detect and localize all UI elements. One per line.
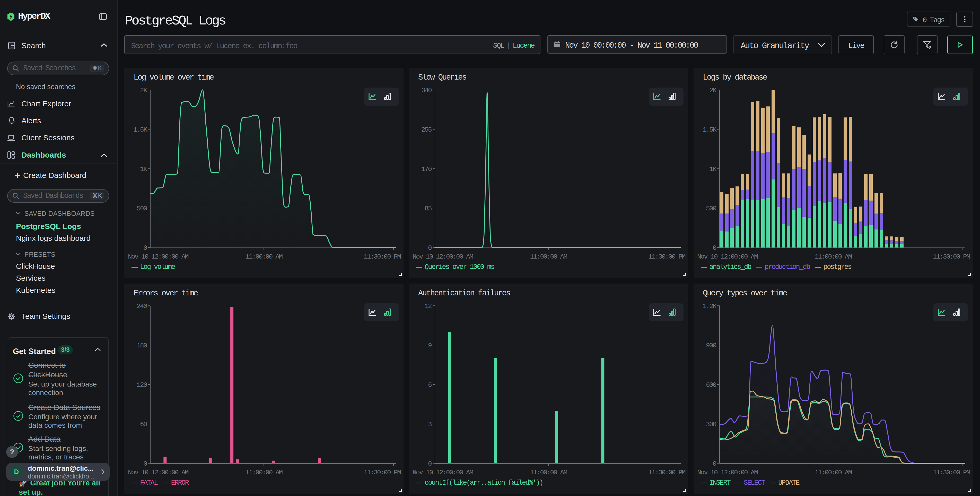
svg-text:Nov 10 12:00:00 AM: Nov 10 12:00:00 AM — [697, 253, 758, 261]
svg-text:2K: 2K — [709, 86, 717, 94]
svg-text:180: 180 — [137, 342, 147, 349]
svg-text:3: 3 — [428, 421, 431, 428]
svg-text:12: 12 — [425, 302, 431, 310]
svg-text:900: 900 — [706, 342, 716, 349]
svg-text:1.2K: 1.2K — [703, 302, 717, 310]
svg-text:500: 500 — [137, 205, 147, 212]
svg-text:85: 85 — [425, 205, 431, 212]
svg-text:60: 60 — [140, 421, 147, 428]
svg-text:340: 340 — [421, 86, 431, 94]
svg-text:2K: 2K — [140, 86, 148, 94]
svg-text:11:00:00 AM: 11:00:00 AM — [245, 469, 282, 477]
svg-text:0: 0 — [428, 460, 431, 468]
svg-text:11:30:00 PM: 11:30:00 PM — [933, 253, 970, 261]
svg-text:Nov 10 12:00:00 AM: Nov 10 12:00:00 AM — [128, 469, 188, 477]
svg-text:300: 300 — [706, 421, 716, 428]
svg-text:11:00:00 AM: 11:00:00 AM — [245, 253, 282, 261]
svg-text:Nov 10 12:00:00 AM: Nov 10 12:00:00 AM — [128, 253, 188, 261]
svg-text:0: 0 — [428, 244, 431, 252]
svg-text:1K: 1K — [140, 165, 148, 173]
svg-text:11:30:00 PM: 11:30:00 PM — [933, 469, 970, 477]
svg-text:Nov 10 12:00:00 AM: Nov 10 12:00:00 AM — [412, 253, 473, 261]
svg-text:255: 255 — [421, 126, 431, 134]
svg-text:6: 6 — [428, 381, 431, 389]
svg-text:120: 120 — [137, 381, 147, 389]
svg-text:240: 240 — [137, 302, 147, 310]
svg-text:Nov 10 12:00:00 AM: Nov 10 12:00:00 AM — [697, 469, 758, 477]
svg-text:Nov 10 12:00:00 AM: Nov 10 12:00:00 AM — [412, 469, 473, 477]
svg-text:11:30:00 PM: 11:30:00 PM — [648, 253, 685, 261]
svg-text:9: 9 — [428, 342, 431, 349]
svg-text:170: 170 — [421, 165, 431, 173]
svg-text:1.5K: 1.5K — [703, 126, 717, 134]
svg-text:0: 0 — [713, 244, 716, 252]
svg-text:600: 600 — [706, 381, 716, 389]
svg-text:11:30:00 PM: 11:30:00 PM — [364, 469, 401, 477]
svg-text:11:00:00 AM: 11:00:00 AM — [530, 469, 567, 477]
svg-text:1K: 1K — [709, 165, 717, 173]
svg-text:0: 0 — [143, 460, 147, 468]
svg-text:11:00:00 AM: 11:00:00 AM — [815, 253, 851, 261]
svg-text:1.5K: 1.5K — [133, 126, 148, 134]
svg-text:11:00:00 AM: 11:00:00 AM — [815, 469, 851, 477]
svg-text:11:30:00 PM: 11:30:00 PM — [364, 253, 401, 261]
svg-text:0: 0 — [143, 244, 147, 252]
svg-text:11:30:00 PM: 11:30:00 PM — [648, 469, 685, 477]
svg-text:500: 500 — [706, 205, 716, 212]
svg-text:0: 0 — [713, 460, 716, 468]
svg-text:11:00:00 AM: 11:00:00 AM — [530, 253, 567, 261]
